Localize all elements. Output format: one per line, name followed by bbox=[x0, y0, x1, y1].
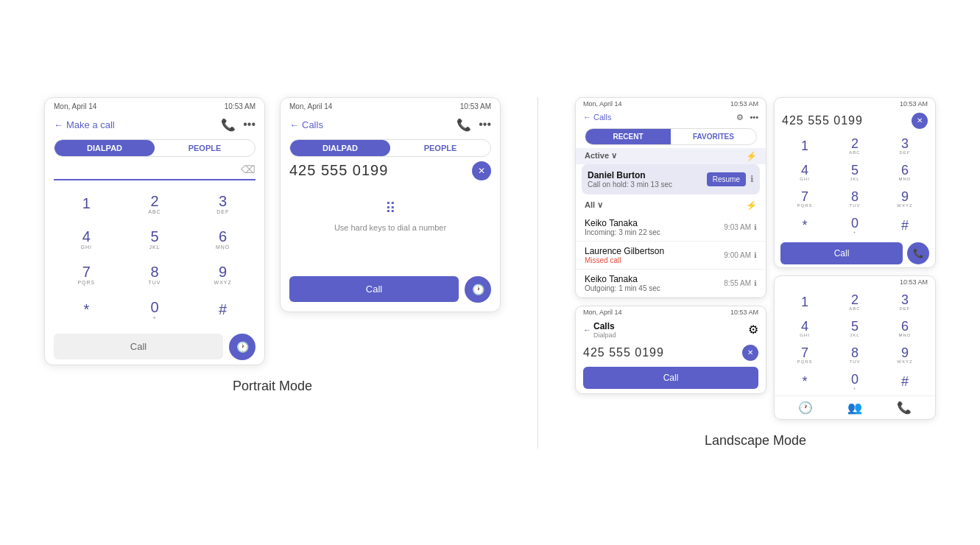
ls-b-key-5[interactable]: 5JKL bbox=[831, 316, 879, 341]
section-divider bbox=[537, 97, 538, 449]
ls-b-key-hash[interactable]: # bbox=[881, 369, 929, 394]
ls-key-7[interactable]: 7PQRS bbox=[780, 186, 829, 211]
back-button-2[interactable]: ← Calls bbox=[289, 119, 323, 130]
landscape-calls-date: Mon, April 14 bbox=[583, 100, 622, 108]
key-0[interactable]: 0+ bbox=[122, 294, 188, 326]
ls-b-key-9[interactable]: 9WXYZ bbox=[881, 342, 929, 368]
call-item-1-name: Keiko Tanaka bbox=[585, 218, 660, 228]
ls-key-0[interactable]: 0+ bbox=[831, 213, 879, 238]
key-1[interactable]: 1 bbox=[54, 188, 119, 220]
call-item-3-info-icon[interactable]: ℹ bbox=[754, 279, 757, 287]
ls-bottom-date: Mon, April 14 bbox=[583, 309, 622, 316]
ls-top-number: 425 555 0199 bbox=[782, 114, 909, 127]
call-item-3[interactable]: Keiko Tanaka Outgoing: 1 min 45 sec 8:55… bbox=[576, 270, 766, 298]
ls-bottom-back[interactable]: ← Calls Dialpad bbox=[583, 321, 616, 339]
history-icon-2[interactable]: 🕐 bbox=[465, 276, 491, 303]
ls-key-hash[interactable]: # bbox=[881, 213, 929, 238]
key-5[interactable]: 5JKL bbox=[122, 223, 188, 256]
call-item-2-info-icon[interactable]: ℹ bbox=[754, 251, 757, 259]
ls-key-8[interactable]: 8TUV bbox=[831, 186, 879, 211]
tab-dialpad-2[interactable]: DIALPAD bbox=[290, 140, 390, 156]
ls-b-key-4[interactable]: 4GHI bbox=[780, 316, 829, 341]
ls-bottom-icons-row: 🕐 👥 📞 bbox=[775, 395, 935, 419]
key-7[interactable]: 7PQRS bbox=[54, 259, 119, 291]
landscape-calls-panel: Mon, April 14 10:53 AM ← Calls ⚙ ••• bbox=[575, 97, 766, 298]
ls-key-5[interactable]: 5JKL bbox=[831, 160, 879, 185]
ls-key-9[interactable]: 9WXYZ bbox=[881, 186, 929, 211]
more-icon-1[interactable]: ••• bbox=[243, 118, 255, 132]
portrait-2-time: 10:53 AM bbox=[460, 102, 491, 110]
portrait-2-date: Mon, April 14 bbox=[289, 102, 332, 110]
key-8[interactable]: 8TUV bbox=[122, 259, 188, 291]
ls-b-key-6[interactable]: 6MNO bbox=[881, 316, 929, 341]
ls-bottom-call-btn[interactable]: Call bbox=[583, 367, 758, 389]
tab-recent[interactable]: RECENT bbox=[585, 129, 671, 144]
ls-key-1[interactable]: 1 bbox=[780, 133, 829, 158]
ls-more-icon[interactable]: ••• bbox=[750, 113, 758, 122]
call-item-2[interactable]: Laurence Gilbertson Missed call 9:00 AM … bbox=[576, 242, 766, 270]
ls-key-6[interactable]: 6MNO bbox=[881, 160, 929, 185]
active-section: Active ∨ ⚡ bbox=[576, 148, 766, 164]
tab-people-1[interactable]: PEOPLE bbox=[155, 140, 255, 156]
dialpad-input-1[interactable] bbox=[54, 161, 241, 177]
more-icon-2[interactable]: ••• bbox=[479, 118, 491, 132]
call-item-1-info-icon[interactable]: ℹ bbox=[754, 223, 757, 231]
ls-settings-icon[interactable]: ⚙ bbox=[736, 113, 744, 122]
tab-dialpad-1[interactable]: DIALPAD bbox=[54, 140, 155, 156]
key-3[interactable]: 3DEF bbox=[190, 188, 255, 220]
call-item-2-time: 9:00 AM bbox=[724, 251, 751, 259]
all-section: All ∨ ⚡ bbox=[576, 197, 766, 214]
key-6[interactable]: 6MNO bbox=[190, 223, 255, 256]
ls-b-key-2[interactable]: 2ABC bbox=[831, 289, 879, 314]
ls-key-3[interactable]: 3DEF bbox=[881, 133, 929, 158]
clear-button-2[interactable]: ✕ bbox=[472, 161, 491, 180]
ls-top-clear[interactable]: ✕ bbox=[912, 113, 928, 129]
landscape-calls-header: Mon, April 14 10:53 AM bbox=[576, 98, 766, 110]
ls-back-arrow: ← bbox=[583, 113, 591, 122]
ls-key-2[interactable]: 2ABC bbox=[831, 133, 879, 158]
active-call-status: Call on hold: 3 min 13 sec bbox=[588, 180, 702, 189]
title-bar-icons-1: 📞 ••• bbox=[221, 118, 255, 132]
ls-b-key-3[interactable]: 3DEF bbox=[881, 289, 929, 314]
back-button-1[interactable]: ← Make a call bbox=[54, 119, 115, 130]
ls-top-phone-icon[interactable]: 📞 bbox=[907, 242, 929, 264]
ls-b-key-star[interactable]: * bbox=[780, 369, 829, 394]
ls-history-icon[interactable]: 🕐 bbox=[798, 401, 813, 415]
ls-contacts-icon[interactable]: 👥 bbox=[847, 401, 862, 415]
active-call-info-icon[interactable]: ℹ bbox=[750, 174, 754, 184]
key-star[interactable]: * bbox=[54, 294, 119, 326]
ls-b-key-0[interactable]: 0+ bbox=[831, 369, 879, 394]
ls-key-star[interactable]: * bbox=[780, 213, 829, 238]
tab-favorites[interactable]: FAVORITES bbox=[671, 129, 756, 144]
call-item-1[interactable]: Keiko Tanaka Incoming: 3 min 22 sec 9:03… bbox=[576, 214, 766, 242]
key-9[interactable]: 9WXYZ bbox=[190, 259, 255, 291]
ls-bottom-clear[interactable]: ✕ bbox=[742, 345, 758, 361]
all-filter-icon[interactable]: ⚡ bbox=[746, 200, 757, 211]
ls-bottom-gear-icon[interactable]: ⚙ bbox=[748, 323, 758, 337]
ls-back-btn[interactable]: ← Calls bbox=[583, 113, 611, 122]
ls-b-key-1[interactable]: 1 bbox=[780, 289, 829, 314]
key-hash[interactable]: # bbox=[190, 294, 255, 326]
portrait-phone-1: Mon, April 14 10:53 AM ← Make a call 📞 •… bbox=[44, 97, 265, 365]
portrait-label: Portrait Mode bbox=[233, 379, 312, 394]
landscape-dialpad-top: 10:53 AM 425 555 0199 ✕ 1 2ABC 3DEF 4GHI… bbox=[774, 97, 936, 268]
all-label: All ∨ bbox=[585, 200, 603, 210]
call-button-blue-2[interactable]: Call bbox=[289, 276, 459, 302]
ls-top-call-btn[interactable]: Call bbox=[780, 242, 903, 264]
call-button-gray-1[interactable]: Call bbox=[54, 334, 223, 359]
ls-phone-icon[interactable]: 📞 bbox=[897, 401, 912, 415]
call-item-3-time-info: 8:55 AM ℹ bbox=[724, 279, 757, 287]
ls-b-key-8[interactable]: 8TUV bbox=[831, 342, 879, 368]
filter-icon[interactable]: ⚡ bbox=[746, 151, 757, 161]
portrait-1-input-row[interactable]: ⌫ bbox=[54, 161, 255, 180]
input-clear-icon-1[interactable]: ⌫ bbox=[241, 164, 255, 175]
hard-keys-message: ⠿ Use hard keys to dial a number bbox=[281, 185, 500, 247]
ls-b-key-7[interactable]: 7PQRS bbox=[780, 342, 829, 368]
tab-people-2[interactable]: PEOPLE bbox=[390, 140, 490, 156]
key-4[interactable]: 4GHI bbox=[54, 223, 119, 256]
key-2[interactable]: 2ABC bbox=[122, 188, 188, 220]
ls-key-4[interactable]: 4GHI bbox=[780, 160, 829, 185]
history-icon-1[interactable]: 🕐 bbox=[229, 334, 255, 360]
landscape-calls-bottom: Mon, April 14 10:53 AM ← Calls Dialpad ⚙ bbox=[575, 306, 766, 394]
resume-button[interactable]: Resume bbox=[707, 172, 746, 186]
